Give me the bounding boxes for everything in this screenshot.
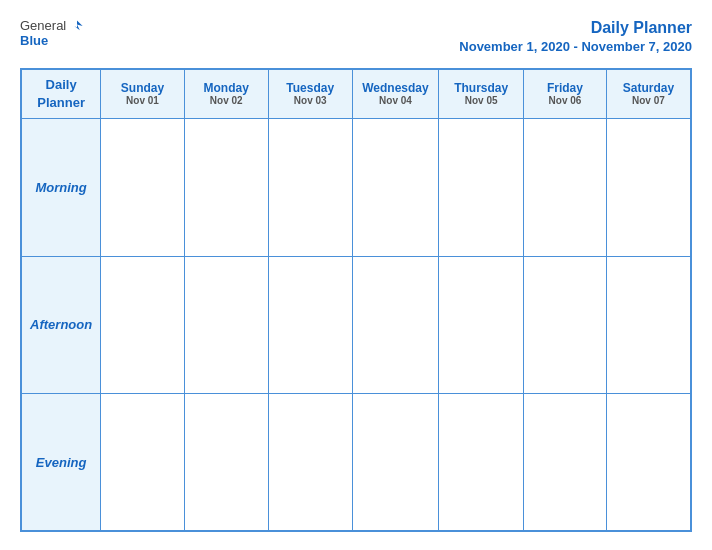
evening-row: Evening	[21, 394, 691, 531]
afternoon-thursday[interactable]	[439, 256, 524, 393]
evening-saturday[interactable]	[606, 394, 691, 531]
evening-friday[interactable]	[524, 394, 607, 531]
monday-date: Nov 02	[189, 95, 264, 106]
col-wednesday: Wednesday Nov 04	[352, 69, 438, 119]
afternoon-wednesday[interactable]	[352, 256, 438, 393]
afternoon-monday[interactable]	[184, 256, 268, 393]
morning-saturday[interactable]	[606, 119, 691, 256]
logo: General	[20, 18, 84, 33]
col-thursday: Thursday Nov 05	[439, 69, 524, 119]
afternoon-row: Afternoon	[21, 256, 691, 393]
morning-monday[interactable]	[184, 119, 268, 256]
morning-row: Morning	[21, 119, 691, 256]
evening-label: Evening	[21, 394, 101, 531]
logo-bird-icon	[70, 19, 84, 33]
evening-wednesday[interactable]	[352, 394, 438, 531]
thursday-date: Nov 05	[443, 95, 519, 106]
logo-blue-text: Blue	[20, 33, 48, 48]
evening-thursday[interactable]	[439, 394, 524, 531]
sunday-name: Sunday	[105, 81, 180, 95]
morning-sunday[interactable]	[101, 119, 185, 256]
wednesday-name: Wednesday	[357, 81, 434, 95]
evening-monday[interactable]	[184, 394, 268, 531]
thursday-name: Thursday	[443, 81, 519, 95]
header-row: Daily Planner Sunday Nov 01 Monday Nov 0…	[21, 69, 691, 119]
friday-name: Friday	[528, 81, 602, 95]
title-area: Daily Planner November 1, 2020 - Novembe…	[459, 18, 692, 54]
tuesday-date: Nov 03	[273, 95, 348, 106]
page-title: Daily Planner	[459, 18, 692, 39]
logo-general-text: General	[20, 18, 66, 33]
saturday-date: Nov 07	[611, 95, 686, 106]
tuesday-name: Tuesday	[273, 81, 348, 95]
col-tuesday: Tuesday Nov 03	[268, 69, 352, 119]
label-header-text: Daily Planner	[26, 76, 96, 112]
svg-marker-0	[74, 20, 82, 30]
date-range: November 1, 2020 - November 7, 2020	[459, 39, 692, 54]
evening-tuesday[interactable]	[268, 394, 352, 531]
col-saturday: Saturday Nov 07	[606, 69, 691, 119]
col-friday: Friday Nov 06	[524, 69, 607, 119]
morning-tuesday[interactable]	[268, 119, 352, 256]
morning-wednesday[interactable]	[352, 119, 438, 256]
afternoon-friday[interactable]	[524, 256, 607, 393]
logo-area: General Blue	[20, 18, 84, 48]
evening-sunday[interactable]	[101, 394, 185, 531]
col-sunday: Sunday Nov 01	[101, 69, 185, 119]
friday-date: Nov 06	[528, 95, 602, 106]
label-header-cell: Daily Planner	[21, 69, 101, 119]
calendar-table: Daily Planner Sunday Nov 01 Monday Nov 0…	[20, 68, 692, 532]
col-monday: Monday Nov 02	[184, 69, 268, 119]
page: General Blue Daily Planner November 1, 2…	[0, 0, 712, 550]
afternoon-tuesday[interactable]	[268, 256, 352, 393]
wednesday-date: Nov 04	[357, 95, 434, 106]
saturday-name: Saturday	[611, 81, 686, 95]
monday-name: Monday	[189, 81, 264, 95]
morning-thursday[interactable]	[439, 119, 524, 256]
morning-friday[interactable]	[524, 119, 607, 256]
afternoon-label: Afternoon	[21, 256, 101, 393]
afternoon-sunday[interactable]	[101, 256, 185, 393]
morning-label: Morning	[21, 119, 101, 256]
afternoon-saturday[interactable]	[606, 256, 691, 393]
header: General Blue Daily Planner November 1, 2…	[20, 18, 692, 54]
sunday-date: Nov 01	[105, 95, 180, 106]
